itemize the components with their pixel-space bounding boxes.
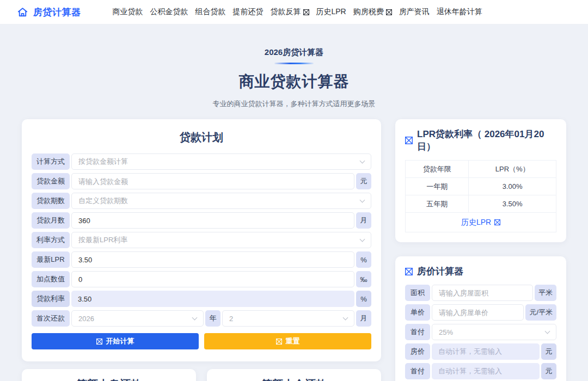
downpayment-amount-unit: 元 [541,363,556,379]
form-row-loan-months: 贷款月数 月 [32,212,371,229]
form-row-rate-method: 利率方式 按最新LPR利率 [32,232,371,248]
home-icon [16,6,29,19]
equal-principal-card: 等额本金还款 [207,369,381,381]
logo-text: 房贷计算器 [33,6,81,19]
lpr-rate-card: LPR贷款利率（ 2026年01月20日） 贷款年限 LPR（%） 一年期 3.… [395,119,566,242]
latest-lpr-label: 最新LPR [32,251,70,268]
lpr-table: 贷款年限 LPR（%） 一年期 3.00% 五年期 3.50% [405,160,556,232]
hero-badge-underline [274,63,314,64]
loan-months-input[interactable] [71,212,354,229]
navbar: 房贷计算器 商业贷款 公积金贷款 组合贷款 提前还贷 贷款反算 历史LPR 购房… [0,0,588,24]
nav-item-prepayment[interactable]: 提前还贷 [233,7,264,17]
loan-rate-unit: % [356,291,371,307]
form-row-loan-term: 贷款期数 自定义贷款期数 [32,193,371,209]
house-price-readonly-field: 自动计算，无需输入 [432,343,540,360]
form-row-downpayment-amount: 首付 自动计算，无需输入 元 [405,363,556,379]
lpr-col-rate: LPR（%） [469,161,556,178]
rate-method-select[interactable]: 按最新LPR利率 [71,232,371,248]
downpayment-ratio-select[interactable]: 25% [432,324,556,340]
nav-item-history-lpr[interactable]: 历史LPR [316,7,346,17]
form-row-rate-addition: 加点数值 ‰ [32,271,371,287]
chevron-down-icon [192,315,198,321]
page-subtitle: 专业的商业贷款计算器，多种计算方式适用更多场景 [0,99,588,109]
house-price-label: 房价 [405,343,430,360]
equal-principal-title: 等额本金还款 [207,377,381,381]
page: 房贷计算器 商业贷款 公积金贷款 组合贷款 提前还贷 贷款反算 历史LPR 购房… [0,0,588,381]
loan-rate-readonly-field: 3.50 [71,291,354,307]
table-row: 一年期 3.00% [406,178,556,195]
nav-item-fund-loan[interactable]: 公积金贷款 [150,7,188,17]
form-actions: 开始计算 重置 [32,333,371,349]
latest-lpr-unit: % [356,251,371,268]
loan-rate-label: 贷款利率 [32,291,70,307]
page-title: 商业贷款计算器 [0,71,588,92]
house-price-calculator-card: 房价计算器 面积 平米 单价 元/平米 首付 25% [395,256,566,381]
logo[interactable]: 房贷计算器 [16,6,81,19]
loan-amount-input[interactable] [71,173,354,189]
form-row-area: 面积 平米 [405,285,556,301]
loan-term-label: 贷款期数 [32,193,70,209]
form-row-calc-method: 计算方式 按贷款金额计算 [32,153,371,170]
hero-badge: 2026房贷计算器 [0,47,588,58]
content: 贷款计划 计算方式 按贷款金额计算 贷款金额 元 贷款 [22,119,566,381]
nav-item-purchase-tax[interactable]: 购房税费 [353,7,392,17]
missing-glyph-icon [303,9,309,15]
unit-price-input[interactable] [432,304,524,321]
downpayment-ratio-label: 首付 [405,324,430,340]
missing-glyph-icon [405,137,413,144]
downpayment-readonly-field: 自动计算，无需输入 [432,363,540,379]
nav-item-reverse-calc[interactable]: 贷款反算 [271,7,309,17]
downpayment-amount-label: 首付 [405,363,430,379]
nav-item-retirement-calc[interactable]: 退休年龄计算 [437,7,482,17]
rate-addition-label: 加点数值 [32,271,70,287]
missing-glyph-icon [96,339,102,345]
loan-plan-title: 贷款计划 [32,130,371,145]
form-row-latest-lpr: 最新LPR % [32,251,371,268]
form-row-house-price: 房价 自动计算，无需输入 元 [405,343,556,360]
area-input[interactable] [432,285,533,301]
first-repayment-month-select[interactable]: 2 [222,310,354,327]
nav-item-combined-loan[interactable]: 组合贷款 [195,7,226,17]
chevron-down-icon [545,329,550,334]
calc-method-select[interactable]: 按贷款金额计算 [71,153,371,170]
area-label: 面积 [405,285,430,301]
latest-lpr-input[interactable] [71,251,354,268]
first-repayment-year-select[interactable]: 2026 [71,310,204,327]
reset-button[interactable]: 重置 [204,333,371,349]
chevron-down-icon [360,158,365,164]
lpr-table-footer: 历史LPR [406,213,556,232]
rate-addition-input[interactable] [71,271,354,287]
equal-installment-card: 等额本息还款 [22,369,196,381]
hero: 2026房贷计算器 商业贷款计算器 专业的商业贷款计算器，多种计算方式适用更多场… [0,24,588,109]
nav-item-commercial-loan[interactable]: 商业贷款 [113,7,143,17]
area-unit: 平米 [535,285,556,301]
history-lpr-link[interactable]: 历史LPR [461,218,500,228]
loan-amount-label: 贷款金额 [32,173,70,189]
form-row-unit-price: 单价 元/平米 [405,304,556,321]
loan-months-unit: 月 [356,212,371,229]
chevron-down-icon [360,237,365,242]
rate-method-label: 利率方式 [32,232,70,248]
chevron-down-icon [343,315,348,321]
lpr-table-header: 贷款年限 LPR（%） [406,161,556,178]
form-row-first-repayment: 首次还款 2026 年 2 月 [32,310,371,327]
equal-installment-title: 等额本息还款 [22,377,196,381]
form-row-loan-rate: 贷款利率 3.50 % [32,291,371,307]
month-unit-label: 月 [356,310,371,327]
lpr-col-term: 贷款年限 [406,161,469,178]
calculate-button[interactable]: 开始计算 [32,333,199,349]
results-section: 等额本息还款 等额本金还款 [22,369,381,381]
missing-glyph-icon [405,268,413,275]
loan-term-select[interactable]: 自定义贷款期数 [71,193,371,209]
rate-addition-unit: ‰ [356,271,371,287]
missing-glyph-icon [276,339,282,345]
unit-price-unit: 元/平米 [525,304,556,321]
year-unit-label: 年 [205,310,220,327]
main-nav: 商业贷款 公积金贷款 组合贷款 提前还贷 贷款反算 历史LPR 购房税费 房产资… [113,7,482,17]
right-column: LPR贷款利率（ 2026年01月20日） 贷款年限 LPR（%） 一年期 3.… [395,119,566,381]
form-row-loan-amount: 贷款金额 元 [32,173,371,189]
loan-months-label: 贷款月数 [32,212,70,229]
missing-glyph-icon [386,9,392,15]
nav-item-property-news[interactable]: 房产资讯 [399,7,430,17]
unit-price-label: 单价 [405,304,430,321]
